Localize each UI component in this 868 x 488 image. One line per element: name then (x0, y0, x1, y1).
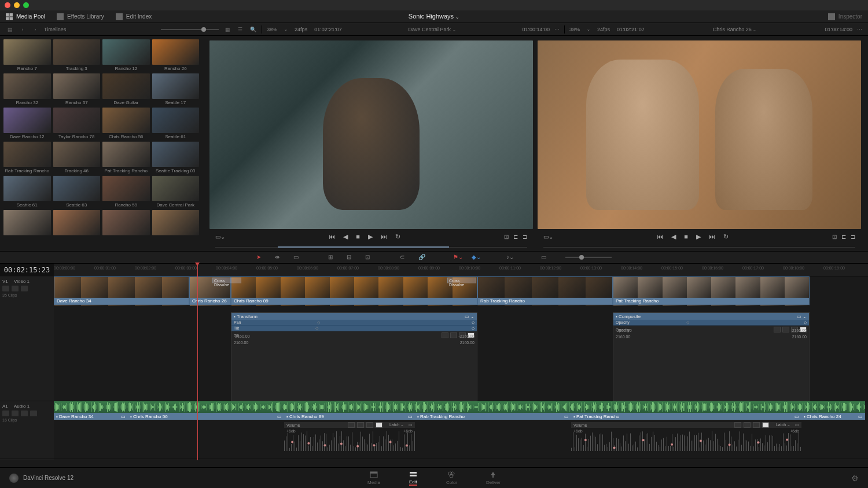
timeline-options-icon[interactable]: ▭ (541, 254, 549, 261)
link-icon[interactable]: 🔗 (418, 254, 426, 261)
media-clip[interactable]: Rab Tracking Rancho (3, 142, 51, 173)
audio-clip[interactable]: • Chris Rancho 56▭ (128, 401, 284, 422)
audio-icon[interactable]: ♪⌄ (506, 254, 514, 261)
last-frame-icon[interactable]: ⏭ (381, 233, 387, 240)
track-auto-icon[interactable] (12, 286, 19, 291)
timeline-zoom[interactable]: 38% (569, 27, 580, 32)
media-pool-toggle[interactable]: Media Pool (6, 13, 45, 20)
media-clip[interactable]: Rancho 12 (102, 39, 150, 71)
tl-match-frame-icon[interactable]: ⊡ (832, 234, 837, 240)
audio-track-1[interactable]: • Dave Rancho 34▭• Chris Rancho 56▭• Chr… (54, 401, 868, 459)
media-clip[interactable]: Seattle 63 (53, 176, 101, 208)
search-icon[interactable]: 🔍 (249, 25, 257, 34)
nav-color[interactable]: Color (446, 471, 457, 485)
selection-tool-icon[interactable]: ➤ (256, 254, 264, 261)
media-clip[interactable]: Rancho 7 (3, 39, 51, 71)
zoom-slider[interactable] (565, 257, 612, 258)
source-scrubber[interactable] (215, 245, 527, 250)
trim-tool-icon[interactable]: ⇹ (275, 254, 283, 261)
source-clip-name[interactable]: Dave Central Park (409, 27, 451, 32)
media-clip[interactable]: Seattle 61 (152, 108, 200, 139)
playhead[interactable] (197, 264, 198, 460)
step-back-icon[interactable]: ◀ (343, 233, 348, 241)
timeline-options-icon[interactable]: ⋯ (857, 27, 862, 32)
stop-icon[interactable]: ■ (356, 233, 360, 240)
video-clip[interactable]: Pat Tracking Rancho (613, 276, 810, 305)
timeline-mode-icon[interactable]: ▭⌄ (543, 234, 553, 240)
track-view-icon[interactable] (21, 286, 28, 291)
video-track-1[interactable]: Dave Rancho 34Chris Rancho 26Chris Ranch… (54, 276, 868, 401)
source-zoom[interactable]: 38% (267, 27, 277, 32)
tl-first-frame-icon[interactable]: ⏮ (657, 233, 663, 240)
media-clip[interactable]: Rancho 59 (102, 176, 150, 208)
tl-last-frame-icon[interactable]: ⏭ (709, 233, 715, 240)
marker-icon[interactable]: ◆⌄ (472, 254, 480, 261)
media-clip[interactable] (3, 210, 51, 236)
edit-index-toggle[interactable]: Edit Index (116, 13, 152, 20)
timeline-ruler[interactable]: 00:00:00:0000:00:01:0000:00:02:0000:00:0… (54, 264, 868, 276)
play-icon[interactable]: ▶ (368, 233, 373, 241)
forward-button[interactable]: › (31, 25, 39, 34)
media-clip[interactable]: Seattle 17 (152, 73, 200, 105)
mark-out-icon[interactable]: ⊐ (523, 234, 527, 240)
close-window-icon[interactable] (5, 2, 10, 8)
media-clip[interactable]: Rancho 37 (53, 73, 101, 105)
video-clip[interactable]: Chris Rancho 89 (231, 276, 477, 305)
media-clip[interactable]: Tracking 46 (53, 142, 101, 173)
a-track-lock-icon[interactable] (2, 411, 9, 416)
media-clip[interactable] (102, 210, 150, 236)
media-clip[interactable]: Tracking 3 (53, 39, 101, 71)
track-lock-icon[interactable] (2, 286, 9, 291)
media-clip[interactable]: Rancho 26 (152, 39, 200, 71)
audio-clip[interactable]: • Rab Tracking Rancho▭ (415, 401, 571, 422)
a-track-solo-icon[interactable] (12, 411, 19, 416)
effects-library-toggle[interactable]: Effects Library (57, 13, 104, 20)
timeline-viewer-image[interactable] (538, 40, 861, 229)
settings-icon[interactable]: ⚙ (851, 474, 859, 483)
source-options-icon[interactable]: ⋯ (554, 27, 560, 32)
video-clip[interactable]: Rab Tracking Rancho (477, 276, 613, 305)
thumbnail-view-icon[interactable]: ▦ (223, 25, 231, 34)
project-title[interactable]: Sonic Highways ⌄ (409, 13, 459, 20)
audio-clip[interactable]: • Chris Rancho 24▭ (801, 401, 865, 422)
tl-play-icon[interactable]: ▶ (696, 233, 701, 241)
tl-step-back-icon[interactable]: ◀ (671, 233, 676, 241)
cross-dissolve-transition[interactable]: Cross Dissolve (447, 278, 476, 283)
inspector-toggle[interactable]: Inspector (828, 13, 862, 20)
audio-clip[interactable]: • Dave Rancho 34▭ (54, 401, 128, 422)
media-clip[interactable]: Seattle Tracking 03 (152, 142, 200, 173)
replace-icon[interactable]: ⊡ (365, 254, 373, 261)
source-mode-icon[interactable]: ▭⌄ (215, 234, 225, 240)
timeline-scrubber[interactable] (543, 245, 855, 250)
tl-mark-out-icon[interactable]: ⊐ (851, 234, 855, 240)
curve-ease-icon[interactable] (450, 332, 457, 338)
blade-tool-icon[interactable]: ▭ (293, 254, 301, 261)
nav-media[interactable]: Media (367, 471, 380, 485)
audio-track-header[interactable]: A1 Audio 1 16 Clips (0, 401, 54, 459)
media-clip[interactable]: Taylor Rancho 78 (53, 108, 101, 139)
snap-icon[interactable]: ⊂ (400, 254, 408, 261)
media-clip[interactable]: Dave Central Park (152, 176, 200, 208)
media-clip[interactable] (53, 210, 101, 236)
first-frame-icon[interactable]: ⏮ (329, 233, 335, 240)
curve-linear-icon[interactable] (442, 332, 448, 338)
source-viewer-image[interactable] (209, 40, 533, 229)
flag-icon[interactable]: ⚑⌄ (453, 254, 461, 261)
nav-deliver[interactable]: Deliver (486, 471, 501, 485)
tl-loop-icon[interactable]: ↻ (723, 233, 729, 241)
media-clip[interactable]: Dave Guitar (102, 73, 150, 105)
video-track-header[interactable]: V1 Video 1 35 Clips (0, 276, 54, 401)
video-clip[interactable]: Dave Rancho 34 (54, 276, 189, 305)
media-clip[interactable]: Dave Rancho 12 (3, 108, 51, 139)
media-clip[interactable]: Pat Tracking Rancho (102, 142, 150, 173)
curve-linear-icon[interactable] (774, 327, 781, 332)
media-clip[interactable]: Seattle 61 (3, 176, 51, 208)
mark-in-icon[interactable]: ⊏ (513, 234, 518, 240)
tl-stop-icon[interactable]: ■ (684, 233, 688, 240)
nav-edit[interactable]: Edit (409, 470, 417, 486)
cross-dissolve-transition[interactable]: Cross Dissolve (212, 278, 241, 283)
tl-mark-in-icon[interactable]: ⊏ (841, 234, 846, 240)
back-button[interactable]: ‹ (19, 25, 27, 34)
audio-clip[interactable]: • Chris Rancho 89▭ (284, 401, 415, 422)
media-clip[interactable] (152, 210, 200, 236)
